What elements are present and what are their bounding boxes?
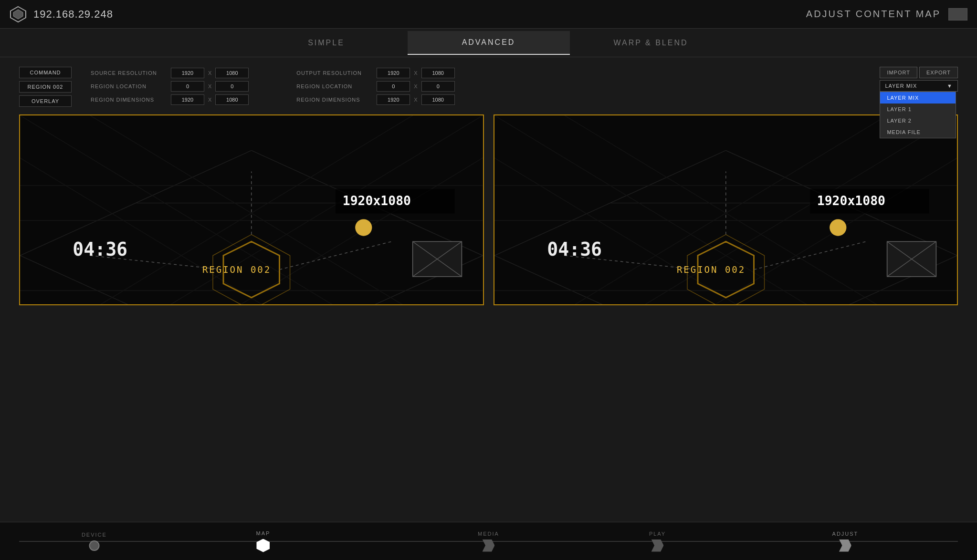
nav-adjust-label: ADJUST bbox=[832, 531, 859, 537]
source-dimensions-label: REGION DIMENSIONS bbox=[91, 97, 167, 103]
nav-play-label: PLAY bbox=[649, 531, 666, 537]
output-resolution-label: OUTPUT RESOLUTION bbox=[296, 70, 373, 76]
tabs-bar: SIMPLE ADVANCED WARP & BLEND bbox=[0, 29, 977, 57]
left-preview-grid: 04:36 60 FPS 1920x1080 REGION 002 bbox=[20, 115, 483, 305]
output-resolution-x-input[interactable] bbox=[377, 68, 410, 78]
source-resolution-y-input[interactable] bbox=[215, 68, 249, 78]
nav-media-dot[interactable] bbox=[483, 539, 495, 552]
source-location-x-input[interactable] bbox=[171, 81, 204, 92]
output-location-label: REGION LOCATION bbox=[296, 83, 373, 89]
export-button[interactable]: EXPORT bbox=[919, 67, 958, 78]
command-button[interactable]: COMMAND bbox=[19, 67, 72, 78]
source-location-label: REGION LOCATION bbox=[91, 83, 167, 89]
import-button[interactable]: IMPORT bbox=[880, 67, 917, 78]
header: 192.168.29.248 ADJUST CONTENT MAP bbox=[0, 0, 977, 29]
svg-point-25 bbox=[355, 219, 372, 236]
main-content: COMMAND REGION 002 OVERLAY SOURCE RESOLU… bbox=[0, 57, 977, 522]
svg-text:REGION 002: REGION 002 bbox=[676, 265, 745, 276]
source-dimensions-y-input[interactable] bbox=[215, 94, 249, 105]
dropdown-item-media-file[interactable]: MEDIA FILE bbox=[880, 126, 956, 138]
chevron-down-icon: ▼ bbox=[947, 83, 953, 89]
svg-point-64 bbox=[830, 219, 846, 236]
output-controls: OUTPUT RESOLUTION X REGION LOCATION X RE… bbox=[296, 68, 454, 105]
svg-text:04:36: 04:36 bbox=[547, 239, 602, 260]
source-dimensions-x-input[interactable] bbox=[171, 94, 204, 105]
bottom-nav: DEVICE MAP MEDIA PLAY ADJUST bbox=[0, 522, 977, 560]
dropdown-item-layer-1[interactable]: LAYER 1 bbox=[880, 104, 956, 115]
output-location-x-input[interactable] bbox=[377, 81, 410, 92]
right-preview-grid: 04:36 60 FPS 1920x1080 REGION 002 bbox=[494, 115, 957, 305]
svg-text:1920x1080: 1920x1080 bbox=[817, 193, 885, 208]
nav-media-label: MEDIA bbox=[478, 531, 499, 537]
source-dimensions-row: REGION DIMENSIONS X bbox=[91, 94, 249, 105]
nav-step-adjust: ADJUST bbox=[832, 531, 859, 552]
header-toggle-button[interactable] bbox=[948, 8, 967, 21]
output-dimensions-y-input[interactable] bbox=[421, 94, 455, 105]
output-location-row: REGION LOCATION X bbox=[296, 81, 454, 92]
nav-map-dot[interactable] bbox=[256, 539, 270, 552]
controls-row: COMMAND REGION 002 OVERLAY SOURCE RESOLU… bbox=[19, 67, 958, 107]
preview-panels: 04:36 60 FPS 1920x1080 REGION 002 bbox=[19, 114, 958, 305]
header-left: 192.168.29.248 bbox=[10, 6, 113, 23]
nav-step-device: DEVICE bbox=[82, 532, 107, 551]
header-title: ADJUST CONTENT MAP bbox=[806, 9, 941, 20]
svg-marker-1 bbox=[13, 10, 23, 19]
tab-advanced[interactable]: ADVANCED bbox=[408, 31, 570, 55]
source-resolution-row: SOURCE RESOLUTION X bbox=[91, 68, 249, 78]
tab-simple[interactable]: SIMPLE bbox=[245, 31, 408, 55]
svg-text:04:36: 04:36 bbox=[73, 239, 127, 260]
dropdown-item-layer-mix[interactable]: LAYER MIX bbox=[880, 92, 956, 104]
far-right-panel: IMPORT EXPORT LAYER MIX ▼ LAYER MIX LAYE… bbox=[880, 67, 958, 92]
output-resolution-y-input[interactable] bbox=[421, 68, 455, 78]
layer-dropdown-container: LAYER MIX ▼ LAYER MIX LAYER 1 LAYER 2 ME… bbox=[880, 80, 958, 92]
import-export-row: IMPORT EXPORT bbox=[880, 67, 958, 78]
svg-text:1920x1080: 1920x1080 bbox=[343, 193, 411, 208]
layer-dropdown-current: LAYER MIX bbox=[885, 83, 917, 89]
tab-warp-blend[interactable]: WARP & BLEND bbox=[570, 31, 732, 55]
header-right: ADJUST CONTENT MAP bbox=[806, 8, 967, 21]
source-resolution-x-input[interactable] bbox=[171, 68, 204, 78]
dropdown-item-layer-2[interactable]: LAYER 2 bbox=[880, 115, 956, 126]
overlay-button[interactable]: OVERLAY bbox=[19, 95, 72, 107]
source-resolution-label: SOURCE RESOLUTION bbox=[91, 70, 167, 76]
nav-device-label: DEVICE bbox=[82, 532, 107, 538]
nav-device-dot[interactable] bbox=[89, 540, 99, 551]
right-preview-panel: 04:36 60 FPS 1920x1080 REGION 002 bbox=[494, 114, 958, 305]
svg-text:REGION 002: REGION 002 bbox=[202, 265, 271, 276]
output-resolution-row: OUTPUT RESOLUTION X bbox=[296, 68, 454, 78]
nav-map-label: MAP bbox=[256, 530, 270, 536]
nav-adjust-dot[interactable] bbox=[839, 539, 851, 552]
output-location-y-input[interactable] bbox=[421, 81, 455, 92]
output-dimensions-x-input[interactable] bbox=[377, 94, 410, 105]
layer-dropdown-menu: LAYER MIX LAYER 1 LAYER 2 MEDIA FILE bbox=[880, 92, 956, 138]
region002-button[interactable]: REGION 002 bbox=[19, 81, 72, 93]
left-controls: COMMAND REGION 002 OVERLAY bbox=[19, 67, 72, 107]
nav-step-map: MAP bbox=[256, 530, 270, 552]
header-ip: 192.168.29.248 bbox=[33, 8, 113, 21]
nav-step-media: MEDIA bbox=[478, 531, 499, 552]
nav-step-play: PLAY bbox=[649, 531, 666, 552]
layer-dropdown-trigger[interactable]: LAYER MIX ▼ bbox=[880, 80, 958, 92]
source-controls: SOURCE RESOLUTION X REGION LOCATION X RE… bbox=[91, 68, 249, 105]
left-preview-panel: 04:36 60 FPS 1920x1080 REGION 002 bbox=[19, 114, 484, 305]
logo-icon bbox=[10, 6, 27, 23]
source-location-row: REGION LOCATION X bbox=[91, 81, 249, 92]
source-location-y-input[interactable] bbox=[215, 81, 249, 92]
output-dimensions-label: REGION DIMENSIONS bbox=[296, 97, 373, 103]
nav-play-dot[interactable] bbox=[651, 539, 664, 552]
output-dimensions-row: REGION DIMENSIONS X bbox=[296, 94, 454, 105]
